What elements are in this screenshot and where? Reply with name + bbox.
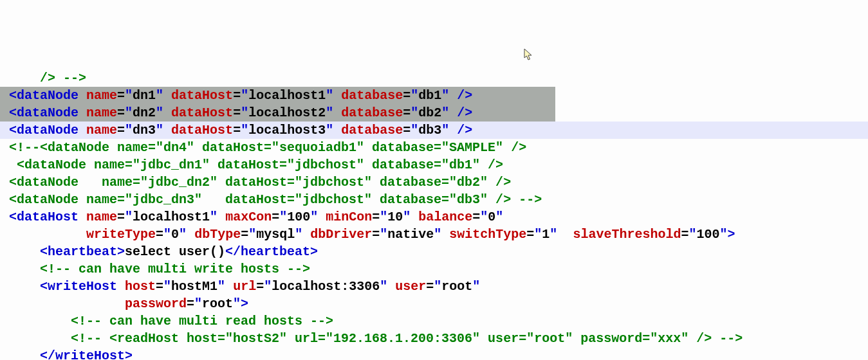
token-attr: database xyxy=(341,88,403,103)
token-tag: " xyxy=(411,123,418,138)
token-tag: " xyxy=(472,279,480,294)
code-line[interactable]: writeType="0" dbType="mysql" dbDriver="n… xyxy=(0,226,868,243)
code-line[interactable]: <dataNode name="dn3" dataHost="localhost… xyxy=(0,122,868,139)
token-tag: " xyxy=(310,210,326,224)
token-eq: = xyxy=(681,227,688,242)
token-val: db1 xyxy=(418,88,441,103)
token-attr: user xyxy=(395,279,426,294)
token-eq: = xyxy=(472,210,480,224)
token-tag: " xyxy=(248,227,256,242)
token-tag: " xyxy=(217,279,233,294)
code-line[interactable]: <dataHost name="localhost1" maxCon="100"… xyxy=(0,208,868,226)
token-tag: " xyxy=(480,210,488,224)
token-eq: = xyxy=(117,105,125,120)
code-line[interactable]: <!-- can have multi read hosts --> xyxy=(0,312,868,330)
token-tag: " xyxy=(411,88,418,103)
token-tag: "> xyxy=(719,227,735,242)
token-val: hostM1 xyxy=(171,279,217,294)
token-eq: = xyxy=(187,296,194,311)
token-val: 0 xyxy=(488,210,495,224)
token-tag: </heartbeat> xyxy=(225,244,318,259)
code-line[interactable]: <dataNode name="jdbc_dn2" dataHost="jdbc… xyxy=(0,174,868,191)
token-tag: " xyxy=(163,279,171,294)
token-val: localhost2 xyxy=(248,105,326,120)
token-attr: dataHost xyxy=(171,105,233,120)
code-line[interactable]: <dataNode name="jdbc_dn1" dataHost="jdbc… xyxy=(0,156,868,174)
token-val: 100 xyxy=(287,210,310,224)
code-editor[interactable]: /> --><dataNode name="dn1" dataHost="loc… xyxy=(0,69,868,360)
token-eq: = xyxy=(256,279,264,294)
token-val: root xyxy=(202,296,233,311)
token-val: 10 xyxy=(387,210,403,224)
token-attr: name xyxy=(86,210,117,224)
code-line[interactable]: <dataNode name="jdbc_dn3" dataHost="jdbc… xyxy=(0,191,868,208)
token-tag: <dataNode xyxy=(9,123,86,138)
token-attr: balance xyxy=(418,210,472,224)
token-tag: " xyxy=(326,105,341,120)
token-val: dn1 xyxy=(133,88,156,103)
token-eq: = xyxy=(156,279,163,294)
token-tag: " xyxy=(156,88,171,103)
code-line[interactable]: <heartbeat>select user()</heartbeat> xyxy=(0,243,868,260)
token-eq: = xyxy=(233,123,241,138)
token-attr: database xyxy=(341,105,403,120)
token-txt xyxy=(9,331,71,346)
mouse-cursor-icon xyxy=(508,31,524,66)
token-tag: " xyxy=(326,123,341,138)
token-tag: " xyxy=(326,88,341,103)
token-txt xyxy=(9,314,71,328)
token-txt xyxy=(9,227,86,242)
token-val: localhost:3306 xyxy=(272,279,380,294)
token-eq: = xyxy=(372,227,380,242)
token-eq: = xyxy=(233,88,241,103)
token-eq: = xyxy=(403,88,411,103)
token-tag: " xyxy=(434,227,449,242)
token-txt xyxy=(9,279,40,294)
token-tag: " xyxy=(380,210,387,224)
token-txt xyxy=(9,296,125,311)
code-line[interactable]: <dataNode name="dn2" dataHost="localhost… xyxy=(0,104,868,122)
token-tag: " xyxy=(279,210,287,224)
token-eq: = xyxy=(233,105,241,120)
code-line[interactable]: </writeHost> xyxy=(0,347,868,360)
token-val: db2 xyxy=(418,105,441,120)
code-line[interactable]: <dataNode name="dn1" dataHost="localhost… xyxy=(0,87,868,104)
token-tag: <dataNode xyxy=(9,88,86,103)
token-txt: select user() xyxy=(125,244,225,259)
token-cmt: <!-- <readHost host="hostS2" url="192.16… xyxy=(71,331,743,346)
token-val: dn2 xyxy=(133,105,156,120)
token-val: root xyxy=(441,279,472,294)
token-attr: dbType xyxy=(194,227,241,242)
token-tag: "> xyxy=(233,296,248,311)
token-cmt: <!-- can have multi write hosts --> xyxy=(40,262,310,276)
token-attr: maxCon xyxy=(225,210,272,224)
token-tag: <writeHost xyxy=(40,279,125,294)
token-cmt: <!--<dataNode name="dn4" dataHost="sequo… xyxy=(9,140,526,155)
token-eq: = xyxy=(403,123,411,138)
token-tag: " xyxy=(156,105,171,120)
token-tag: " xyxy=(688,227,696,242)
code-line[interactable]: <!-- <readHost host="hostS2" url="192.16… xyxy=(0,330,868,347)
token-attr: url xyxy=(233,279,256,294)
token-cmt: <!-- can have multi read hosts --> xyxy=(71,314,333,328)
code-line[interactable]: /> --> xyxy=(0,69,868,87)
token-tag: " xyxy=(411,105,418,120)
code-line[interactable]: <!-- can have multi write hosts --> xyxy=(0,260,868,278)
code-line[interactable]: password="root"> xyxy=(0,295,868,312)
token-attr: dbDriver xyxy=(310,227,372,242)
token-tag: " xyxy=(241,105,248,120)
token-val: dn3 xyxy=(133,123,156,138)
token-val: 100 xyxy=(696,227,719,242)
token-val: 0 xyxy=(171,227,179,242)
token-tag: <heartbeat> xyxy=(40,244,125,259)
token-tag: " /> xyxy=(441,88,472,103)
token-cmt: /> --> xyxy=(9,71,86,86)
token-val: localhost1 xyxy=(133,210,210,224)
code-line[interactable]: <writeHost host="hostM1" url="localhost:… xyxy=(0,278,868,295)
token-tag: " xyxy=(194,296,202,311)
token-tag: " xyxy=(125,105,133,120)
token-cmt: <dataNode name="jdbc_dn1" dataHost="jdbc… xyxy=(9,158,503,172)
token-eq: = xyxy=(117,88,125,103)
token-tag: " xyxy=(534,227,542,242)
code-line[interactable]: <!--<dataNode name="dn4" dataHost="sequo… xyxy=(0,139,868,156)
